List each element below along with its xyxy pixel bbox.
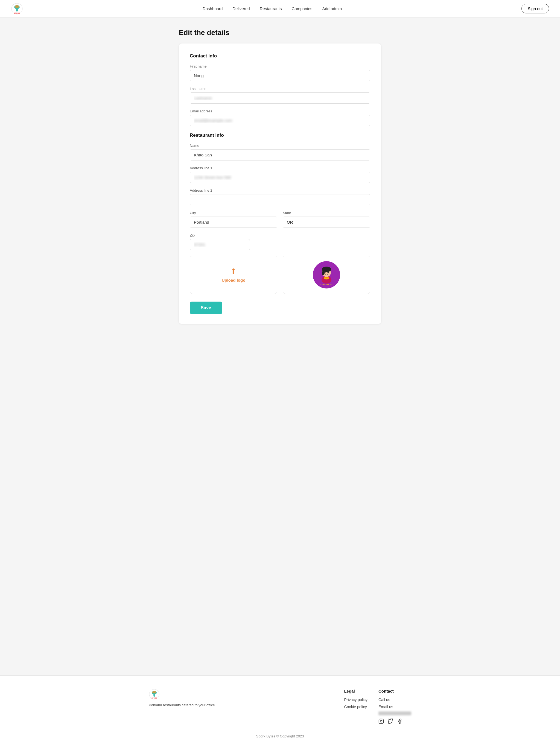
footer-privacy-link[interactable]: Privacy policy [344,697,367,702]
footer-contact-title: Contact [378,689,411,693]
restaurant-section-title: Restaurant info [190,133,370,138]
footer-email-us-link[interactable]: Email us [378,704,411,709]
social-icons [378,719,411,725]
nav-dashboard[interactable]: Dashboard [203,6,223,11]
address1-label: Address line 1 [190,166,370,170]
svg-point-3 [15,5,19,8]
state-input[interactable] [283,216,370,228]
footer-legal-title: Legal [344,689,367,693]
footer: SPORK Portland restaurants catered to yo… [0,675,560,747]
restaurant-name-label: Name [190,144,370,148]
footer-call-us-link[interactable]: Call us [378,697,411,702]
restaurant-name-group: Name [190,144,370,160]
nav-companies[interactable]: Companies [292,6,312,11]
footer-legal-links: Privacy policy Cookie policy [344,697,367,709]
upload-label: Upload logo [222,278,246,282]
email-group: Email address [190,109,370,126]
first-name-input[interactable] [190,70,370,81]
logo-preview-box: KHAO SAN PIX [283,256,370,294]
footer-logo: SPORK [149,689,333,700]
footer-contact-blurred [378,712,411,715]
state-group: State [283,211,370,228]
first-name-group: First name [190,64,370,81]
signout-button[interactable]: Sign out [521,4,549,14]
city-label: City [190,211,277,215]
city-state-row: City State [190,211,370,233]
nav-delivered[interactable]: Delivered [232,6,250,11]
svg-text:KHAO SAN PIX: KHAO SAN PIX [321,284,332,285]
contact-section-title: Contact info [190,53,370,59]
svg-point-18 [152,691,156,693]
main-content: Edit the details Contact info First name… [173,18,387,675]
restaurant-logo-preview: KHAO SAN PIX [313,261,340,288]
facebook-icon[interactable] [397,719,403,725]
svg-point-11 [328,272,329,274]
footer-tagline: Portland restaurants catered to your off… [149,702,333,708]
svg-text:SPORK: SPORK [14,12,20,14]
svg-text:SPORK: SPORK [152,697,157,699]
svg-point-9 [322,271,325,275]
footer-spork-logo: SPORK [149,689,160,700]
address1-input[interactable] [190,172,370,183]
address1-group: Address line 1 [190,166,370,183]
twitter-icon[interactable] [388,719,393,725]
city-group: City [190,211,277,228]
nav-add-admin[interactable]: Add admin [322,6,342,11]
upload-logo-box[interactable]: ⬆ Upload logo [190,256,277,294]
last-name-group: Last name [190,87,370,104]
upload-row: ⬆ Upload logo [190,256,370,294]
page-title: Edit the details [179,28,381,37]
upload-inner: ⬆ Upload logo [222,267,246,282]
save-button[interactable]: Save [190,302,222,314]
footer-legal-col: Legal Privacy policy Cookie policy [344,689,367,725]
footer-cookie-link[interactable]: Cookie policy [344,704,367,709]
instagram-icon[interactable] [378,719,384,725]
svg-point-10 [324,272,326,274]
zip-label: Zip [190,233,250,237]
footer-contact-links: Call us Email us [378,697,411,709]
navbar: SPORK Dashboard Delivered Restaurants Co… [0,0,560,18]
last-name-input[interactable] [190,93,370,104]
zip-input[interactable] [190,239,250,250]
address2-label: Address line 2 [190,188,370,192]
state-label: State [283,211,370,215]
svg-rect-20 [379,719,384,724]
svg-point-22 [382,720,383,720]
email-input[interactable] [190,115,370,126]
nav-restaurants[interactable]: Restaurants [260,6,282,11]
footer-contact-col: Contact Call us Email us [378,689,411,725]
last-name-label: Last name [190,87,370,91]
svg-point-21 [380,720,382,722]
footer-brand: SPORK Portland restaurants catered to yo… [149,689,333,725]
first-name-label: First name [190,64,370,68]
upload-icon: ⬆ [230,267,236,276]
svg-rect-14 [324,277,329,278]
zip-group: Zip [190,233,250,250]
form-card: Contact info First name Last name Email … [179,44,381,324]
spork-logo-icon: SPORK [11,3,23,15]
restaurant-name-input[interactable] [190,149,370,160]
email-label: Email address [190,109,370,113]
footer-inner: SPORK Portland restaurants catered to yo… [149,689,411,725]
logo: SPORK [11,3,23,15]
address2-input[interactable] [190,194,370,205]
city-input[interactable] [190,216,277,228]
footer-copyright: Spork Bytes © Copyright 2023 [17,734,543,738]
nav-links: Dashboard Delivered Restaurants Companie… [203,6,342,11]
address2-group: Address line 2 [190,188,370,205]
